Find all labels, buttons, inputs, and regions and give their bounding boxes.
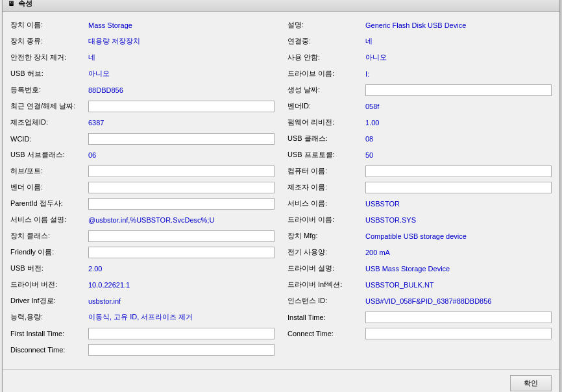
content-area: 장치 이름:Mass Storage장치 종류:대용량 저장장치안전한 장치 제…: [3, 12, 559, 365]
row-value[interactable]: 아니오: [88, 69, 110, 79]
table-row: Install Time:: [287, 310, 552, 325]
row-value[interactable]: USBSTOR_BULK.NT: [365, 281, 434, 289]
row-label: 설명:: [287, 20, 365, 30]
row-input-empty[interactable]: [365, 182, 552, 193]
row-input-empty[interactable]: [88, 328, 275, 339]
row-label: 허브/포트:: [10, 166, 88, 176]
row-value[interactable]: 대용량 저장장치: [88, 36, 140, 46]
row-value[interactable]: Mass Storage: [88, 21, 132, 29]
row-value[interactable]: 50: [365, 151, 373, 159]
row-value[interactable]: I:: [365, 70, 369, 78]
row-label: 최근 연결/해제 날짜:: [10, 101, 88, 111]
table-row: 연결중:네: [287, 34, 552, 49]
table-row: 전기 사용양:200 mA: [287, 245, 552, 260]
ok-button[interactable]: 확인: [510, 375, 552, 391]
row-label: Disconnect Time:: [10, 346, 88, 354]
row-label: 드라이브 이름:: [287, 69, 365, 79]
row-value[interactable]: Generic Flash Disk USB Device: [365, 21, 466, 29]
row-input-empty[interactable]: [88, 198, 275, 210]
row-label: 펌웨어 리비전:: [287, 117, 365, 127]
table-row: 등록번호:88DBD856: [10, 83, 275, 97]
window-title: 속성: [18, 0, 32, 8]
row-label: 장치 Mfg:: [287, 231, 365, 241]
table-row: 펌웨어 리비전:1.00: [287, 116, 552, 130]
row-label: ParentId 접두사:: [10, 199, 88, 208]
row-value[interactable]: USBSTOR.SYS: [365, 216, 416, 224]
table-row: 장치 종류:대용량 저장장치: [10, 34, 275, 49]
row-label: 장치 종류:: [10, 36, 88, 46]
row-label: 서비스 이름:: [287, 199, 365, 208]
row-value[interactable]: Compatible USB storage device: [365, 232, 467, 240]
table-row: 제조업체ID:6387: [10, 116, 275, 130]
row-input-empty[interactable]: [88, 344, 275, 356]
row-value[interactable]: 네: [365, 36, 373, 46]
row-input[interactable]: [365, 165, 552, 177]
row-value[interactable]: 6387: [88, 119, 104, 127]
row-label: 드라이버 설명:: [287, 263, 365, 273]
row-value[interactable]: 1.00: [365, 119, 379, 127]
row-label: USB 허브:: [10, 69, 88, 79]
table-row: 서비스 이름 설명:@usbstor.inf,%USBSTOR.SvcDesc%…: [10, 213, 275, 227]
table-row: USB 프로토콜:50: [287, 148, 552, 162]
table-row: WCID:: [10, 132, 275, 146]
row-value[interactable]: usbstor.inf: [88, 297, 121, 305]
table-row: 드라이버 Inf섹션:USBSTOR_BULK.NT: [287, 278, 552, 292]
row-input[interactable]: [365, 84, 552, 96]
row-label: Connect Time:: [287, 330, 365, 337]
table-row: 사용 안함:아니오: [287, 51, 552, 65]
row-value[interactable]: @usbstor.inf,%USBSTOR.SvcDesc%;U: [88, 216, 214, 224]
row-value[interactable]: USBSTOR: [365, 200, 400, 208]
row-label: 드라이버 이름:: [287, 215, 365, 225]
row-value[interactable]: 아니오: [365, 53, 387, 62]
row-input-empty[interactable]: [88, 165, 275, 177]
row-value[interactable]: 88DBD856: [88, 86, 123, 94]
row-value[interactable]: USB Mass Storage Device: [365, 265, 450, 273]
row-label: USB 버전:: [10, 263, 88, 273]
properties-grid: 장치 이름:Mass Storage장치 종류:대용량 저장장치안전한 장치 제…: [10, 18, 552, 359]
table-row: 설명:Generic Flash Disk USB Device: [287, 18, 552, 32]
table-row: USB 버전:2.00: [10, 262, 275, 276]
table-row: 안전한 장치 제거:네: [10, 51, 275, 65]
right-column: 설명:Generic Flash Disk USB Device연결중:네사용 …: [287, 18, 552, 359]
table-row: USB 서브클래스:06: [10, 148, 275, 162]
row-label: 인스턴스 ID:: [287, 296, 365, 306]
row-label: USB 프로토콜:: [287, 150, 365, 160]
row-label: 생성 날짜:: [287, 85, 365, 95]
table-row: 드라이버 버전:10.0.22621.1: [10, 278, 275, 292]
row-input-empty[interactable]: [365, 312, 552, 323]
row-label: USB 클래스:: [287, 134, 365, 143]
row-input-empty[interactable]: [88, 133, 275, 145]
row-label: 장치 클래스:: [10, 231, 88, 241]
row-value[interactable]: 네: [88, 53, 95, 62]
row-input-empty[interactable]: [88, 182, 275, 193]
row-label: 안전한 장치 제거:: [10, 53, 88, 62]
row-value[interactable]: 이동식, 고유 ID, 서프라이즈 제거: [88, 312, 193, 322]
row-value[interactable]: 200 mA: [365, 249, 390, 256]
table-row: 장치 이름:Mass Storage: [10, 18, 275, 32]
row-value[interactable]: 06: [88, 151, 96, 159]
row-label: First Install Time:: [10, 330, 88, 337]
row-input-empty[interactable]: [88, 230, 275, 242]
row-label: 드라이버 버전:: [10, 280, 88, 289]
row-label: Install Time:: [287, 313, 365, 321]
row-input-empty[interactable]: [365, 328, 552, 339]
footer: 확인: [3, 369, 559, 393]
row-value[interactable]: USB#VID_058F&PID_6387#88DBD856: [365, 297, 491, 305]
row-input-empty[interactable]: [88, 247, 275, 258]
row-value[interactable]: 08: [365, 135, 373, 143]
row-value[interactable]: 2.00: [88, 265, 102, 273]
table-row: 장치 클래스:: [10, 229, 275, 243]
properties-window: 🖥 속성 장치 이름:Mass Storage장치 종류:대용량 저장장치안전한…: [2, 0, 560, 392]
row-label: 컴퓨터 이름:: [287, 166, 365, 176]
row-label: 전기 사용양:: [287, 247, 365, 257]
titlebar: 🖥 속성: [3, 0, 559, 12]
table-row: 드라이브 이름:I:: [287, 67, 552, 81]
table-row: 서비스 이름:USBSTOR: [287, 197, 552, 211]
row-label: Driver Inf경로:: [10, 296, 88, 306]
table-row: Driver Inf경로:usbstor.inf: [10, 294, 275, 308]
row-value[interactable]: 10.0.22621.1: [88, 281, 130, 289]
row-value[interactable]: 058f: [365, 103, 379, 110]
row-label: 벤더 이름:: [10, 182, 88, 192]
table-row: First Install Time:: [10, 326, 275, 341]
row-input[interactable]: [88, 101, 275, 112]
